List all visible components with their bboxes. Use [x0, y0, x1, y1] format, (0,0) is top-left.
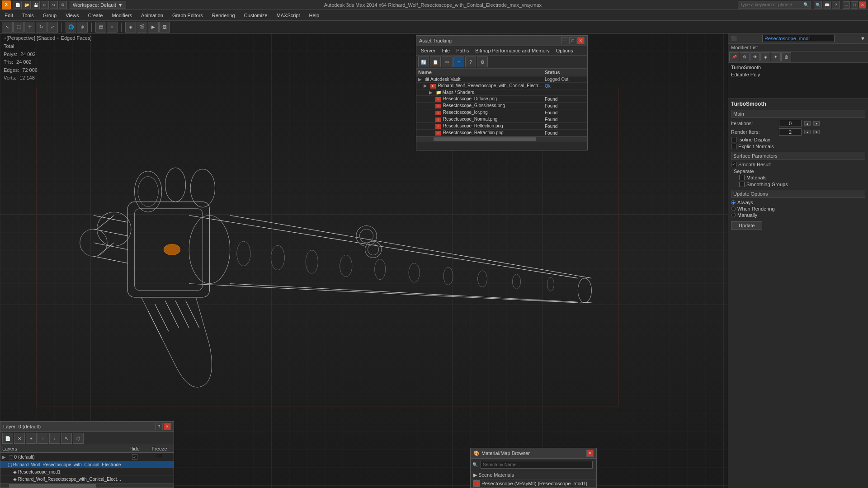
- show-result-btn[interactable]: ◈: [760, 52, 770, 61]
- search-input[interactable]: [740, 2, 803, 7]
- help-book-icon[interactable]: 📖: [823, 1, 831, 9]
- pin-stack-btn[interactable]: 📌: [729, 52, 739, 61]
- at-row-refraction[interactable]: I Resectoscope_Refraction.png Found: [416, 130, 587, 136]
- layer-row-mod1[interactable]: ◈ Resectoscope_mod1: [0, 469, 174, 476]
- viewport-area[interactable]: +[Perspective] [Shaded + Edged Faces] To…: [0, 33, 728, 488]
- workspace-dropdown[interactable]: Workspace: Default ▼: [70, 1, 126, 9]
- update-button[interactable]: Update: [731, 221, 762, 230]
- at-scrollbar-thumb[interactable]: [434, 137, 536, 141]
- menu-maxscript[interactable]: MAXScript: [274, 12, 303, 19]
- viewport-canvas[interactable]: +[Perspective] [Shaded + Edged Faces] To…: [0, 33, 728, 488]
- menu-views[interactable]: Views: [63, 12, 81, 19]
- maximize-btn[interactable]: □: [851, 1, 858, 9]
- render-iters-value[interactable]: 2: [779, 128, 802, 136]
- smoothing-groups-checkbox[interactable]: [739, 182, 745, 187]
- mat-item-resectoscope[interactable]: Resectoscope (VRayMtl) [Resectoscope_mod…: [471, 479, 596, 488]
- material-editor-btn[interactable]: ◈: [125, 22, 136, 33]
- at-refresh-btn[interactable]: 🔄: [418, 56, 429, 67]
- modifier-item-turbosmooth[interactable]: TurboSmooth: [729, 64, 867, 71]
- menu-graph-editors[interactable]: Graph Editors: [170, 12, 206, 19]
- render-btn[interactable]: ▶: [148, 22, 159, 33]
- layers-select-btn[interactable]: ↖: [61, 433, 72, 444]
- materials-checkbox[interactable]: [739, 175, 745, 180]
- render-iters-spinner-down[interactable]: ▼: [813, 130, 820, 134]
- menu-tools[interactable]: Tools: [19, 12, 37, 19]
- menu-create[interactable]: Create: [85, 12, 105, 19]
- smooth-result-checkbox[interactable]: ✓: [731, 162, 736, 167]
- show-all-btn[interactable]: 👁: [750, 52, 760, 61]
- select-region-btn[interactable]: ⬚: [13, 22, 24, 33]
- at-menu-file[interactable]: File: [439, 47, 453, 54]
- layer-default-hide[interactable]: [122, 454, 147, 460]
- at-row-ior[interactable]: I Resectoscope_ior.png Found: [416, 109, 587, 116]
- layers-move-down-btn[interactable]: ↓: [49, 433, 60, 444]
- modifier-item-editable-poly[interactable]: Editable Poly: [729, 71, 867, 78]
- open-file-icon[interactable]: 📂: [23, 1, 31, 9]
- at-menu-paths[interactable]: Paths: [453, 47, 472, 54]
- save-icon[interactable]: 💾: [32, 1, 40, 9]
- search-box[interactable]: 🔍: [738, 1, 811, 9]
- layer-row-conical[interactable]: ◈ Richard_Wolf_Resectoscope_with_Conical…: [0, 476, 174, 483]
- help-search-icon[interactable]: 🔍: [814, 1, 822, 9]
- layers-scrollbar-thumb[interactable]: [9, 484, 96, 488]
- close-btn[interactable]: ✕: [859, 1, 866, 9]
- layer-row-default[interactable]: ▶ ⬚ 0 (default): [0, 453, 174, 461]
- menu-group[interactable]: Group: [40, 12, 60, 19]
- explicit-normals-checkbox[interactable]: [731, 144, 736, 149]
- layer-default-hide-check[interactable]: [132, 454, 137, 460]
- ref-coord-btn[interactable]: 🌐: [66, 22, 76, 33]
- layer-default-freeze-check[interactable]: [157, 454, 162, 459]
- settings-icon[interactable]: ⚙: [59, 1, 67, 9]
- at-menu-server[interactable]: Server: [418, 47, 438, 54]
- layers-horizontal-scrollbar[interactable]: [0, 483, 174, 488]
- layers-delete-btn[interactable]: ✕: [14, 433, 25, 444]
- select-tool-btn[interactable]: ↖: [2, 22, 13, 33]
- at-menu-bitmap-perf[interactable]: Bitmap Performance and Memory: [472, 47, 552, 54]
- at-copy-btn[interactable]: 📋: [430, 56, 441, 67]
- rotate-tool-btn[interactable]: ↻: [36, 22, 47, 33]
- layers-help-btn[interactable]: ?: [156, 423, 163, 430]
- layers-move-up-btn[interactable]: ↑: [38, 433, 48, 444]
- menu-customize[interactable]: Customize: [241, 12, 270, 19]
- new-file-icon[interactable]: 📄: [14, 1, 22, 9]
- at-row-reflection[interactable]: I Resectoscope_Reflection.png Found: [416, 123, 587, 130]
- at-help-btn[interactable]: ?: [465, 56, 476, 67]
- mat-search-input[interactable]: [481, 461, 593, 469]
- isoline-display-checkbox[interactable]: [731, 137, 736, 142]
- layers-add-btn[interactable]: +: [26, 433, 37, 444]
- at-row-main-file[interactable]: ▶ F Richard_Wolf_Resectoscope_with_Conic…: [416, 83, 587, 89]
- at-row-normal[interactable]: I Resectoscope_Normal.png Found: [416, 116, 587, 123]
- menu-edit[interactable]: Edit: [2, 12, 16, 19]
- manually-radio[interactable]: [731, 213, 736, 217]
- scale-tool-btn[interactable]: ⤢: [47, 22, 58, 33]
- at-strip-btn[interactable]: ✂: [442, 56, 453, 67]
- mat-browser-close-btn[interactable]: ✕: [586, 450, 594, 457]
- at-close-btn[interactable]: ✕: [577, 37, 585, 44]
- at-minimize-btn[interactable]: ─: [561, 37, 568, 44]
- make-unique-btn[interactable]: ✦: [771, 52, 781, 61]
- layer-default-freeze[interactable]: [147, 454, 172, 460]
- configure-btn[interactable]: ⚙: [740, 52, 750, 61]
- undo-icon[interactable]: ↩: [41, 1, 49, 9]
- help-question-icon[interactable]: ?: [832, 1, 840, 9]
- remove-modifier-btn[interactable]: 🗑: [781, 52, 791, 61]
- redo-icon[interactable]: ↪: [50, 1, 58, 9]
- at-row-maps-shaders[interactable]: ▶ 📁 Maps / Shaders: [416, 89, 587, 96]
- menu-modifiers[interactable]: Modifiers: [109, 12, 135, 19]
- when-rendering-radio[interactable]: [731, 206, 736, 211]
- at-maximize-btn[interactable]: □: [569, 37, 576, 44]
- iterations-spinner-up[interactable]: ▲: [804, 121, 811, 126]
- at-menu-options[interactable]: Options: [553, 47, 576, 54]
- iterations-spinner-down[interactable]: ▼: [813, 121, 820, 126]
- modifier-dropdown-arrow[interactable]: ▼: [860, 36, 865, 41]
- pivot-btn[interactable]: ⊕: [77, 22, 88, 33]
- at-row-diffuse[interactable]: I Resectoscope_Diffuse.png Found: [416, 96, 587, 103]
- layer-row-richard-wolf[interactable]: ⬚ Richard_Wolf_Resectoscope_with_Conical…: [0, 461, 174, 469]
- layers-close-btn[interactable]: ✕: [164, 423, 171, 430]
- layer-mgr-btn[interactable]: ▤: [95, 22, 106, 33]
- at-configure-btn[interactable]: ⚙: [477, 56, 488, 67]
- modifier-name-input[interactable]: [762, 35, 835, 42]
- iterations-value[interactable]: 0: [779, 120, 802, 127]
- at-row-glossiness[interactable]: I Resectoscope_Glossiness.png Found: [416, 103, 587, 109]
- layers-new-btn[interactable]: 📄: [2, 433, 13, 444]
